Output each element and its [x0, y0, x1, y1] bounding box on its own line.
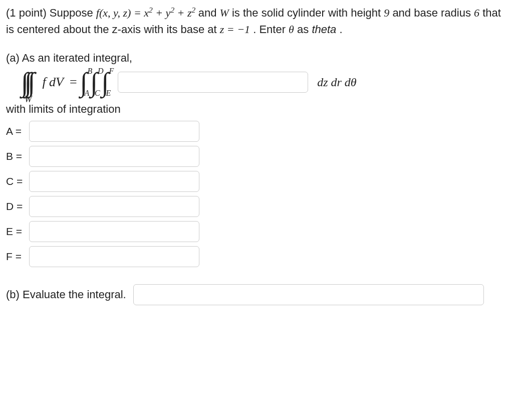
problem-statement: (1 point) Suppose f(x, y, z) = x2 + y2 +…	[6, 4, 504, 38]
limit-row-B: B =	[6, 146, 504, 167]
limit-row-F: F =	[6, 246, 504, 267]
theta-symbol: θ	[289, 23, 294, 36]
label-B: B =	[6, 150, 29, 162]
bound-F: F	[109, 67, 114, 75]
evaluate-input[interactable]	[133, 284, 484, 305]
equals-sign: =	[70, 75, 77, 90]
limit-row-A: A =	[6, 121, 504, 142]
radius-value: 6	[474, 7, 479, 19]
label-A: A =	[6, 125, 29, 137]
middle-integral: ∫ D C	[90, 69, 101, 96]
f-dV: f dV	[42, 75, 64, 90]
label-C: C =	[6, 175, 29, 187]
limit-row-C: C =	[6, 171, 504, 192]
inner-integral: ∫ F E	[102, 69, 112, 96]
height-value: 9	[384, 7, 389, 19]
part-b-label: (b) Evaluate the integral.	[6, 288, 126, 301]
input-C[interactable]	[29, 171, 199, 192]
part-a-label: (a) As an iterated integral,	[6, 52, 504, 65]
bound-C: C	[95, 89, 101, 97]
input-B[interactable]	[29, 146, 199, 167]
integral-region-W: W	[25, 94, 32, 105]
triple-integral-W: ∫∫∫ W	[21, 69, 35, 96]
input-D[interactable]	[29, 196, 199, 217]
iterated-integral-row: ∫∫∫ W f dV = ∫ B A ∫ D C ∫ F E d	[21, 69, 504, 96]
input-E[interactable]	[29, 221, 199, 242]
part-b-row: (b) Evaluate the integral.	[6, 284, 504, 305]
outer-integral: ∫ B A	[80, 69, 91, 96]
region-W: W	[220, 7, 229, 19]
input-F[interactable]	[29, 246, 199, 267]
limit-row-D: D =	[6, 196, 504, 217]
bound-A: A	[84, 89, 89, 97]
integrand-input[interactable]	[118, 72, 308, 93]
differentials: dz dr dθ	[317, 76, 356, 89]
points-prefix: (1 point) Suppose	[6, 7, 96, 19]
limit-row-E: E =	[6, 221, 504, 242]
theta-word: theta	[312, 23, 336, 36]
label-F: F =	[6, 251, 29, 263]
limits-text: with limits of integration	[6, 103, 504, 116]
z-equation: z = −1	[220, 23, 250, 36]
bound-E: E	[106, 89, 111, 97]
function-def: f(x, y, z) = x2 + y2 + z2	[96, 7, 198, 19]
label-D: D =	[6, 200, 29, 213]
label-E: E =	[6, 226, 29, 238]
input-A[interactable]	[29, 121, 199, 142]
integral-expression: ∫∫∫ W f dV = ∫ B A ∫ D C ∫ F E	[21, 69, 112, 96]
